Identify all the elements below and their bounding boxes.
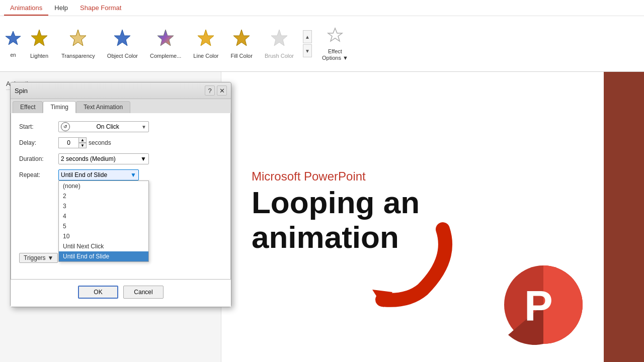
duration-value: 2 seconds (Medium): [61, 155, 116, 162]
start-value: On Click: [96, 123, 119, 130]
dialog-close-button[interactable]: ✕: [217, 85, 227, 96]
repeat-option-3[interactable]: 3: [59, 201, 148, 211]
repeat-value: Until End of Slide: [61, 171, 107, 178]
star-icon-prev: [5, 29, 21, 50]
triggers-arrow: ▼: [48, 254, 54, 261]
triggers-button[interactable]: Triggers ▼: [19, 253, 58, 263]
start-dropdown[interactable]: ↺ On Click ▼: [58, 121, 149, 132]
right-panel: Microsoft PowerPoint Looping an animatio…: [221, 72, 604, 362]
spin-dialog: Spin ? ✕ Effect Timing Text Animation St…: [10, 82, 231, 307]
delay-spinner: 0 ▲ ▼: [58, 137, 87, 148]
tab-shape-format[interactable]: Shape Format: [74, 1, 127, 16]
delay-input[interactable]: 0: [58, 137, 78, 148]
ppt-logo: P: [503, 264, 584, 345]
ribbon-item-line-color-label: Line Color: [193, 53, 218, 59]
repeat-option-none[interactable]: (none): [59, 181, 148, 191]
dialog-tab-effect[interactable]: Effect: [13, 101, 43, 113]
start-dropdown-arrow: ▼: [141, 124, 146, 130]
ribbon-item-complementary[interactable]: Compleme...: [145, 21, 186, 66]
ribbon-item-object-color[interactable]: Object Color: [102, 21, 143, 66]
star-icon-complementary: [156, 28, 175, 51]
ribbon-item-line-color[interactable]: Line Color: [188, 21, 223, 66]
repeat-dropdown-arrow: ▼: [130, 171, 136, 178]
ribbon-scroll-down[interactable]: ▼: [303, 44, 312, 57]
dialog-tab-timing[interactable]: Timing: [43, 101, 76, 113]
delay-controls: 0 ▲ ▼ seconds: [58, 137, 222, 148]
svg-marker-4: [157, 30, 174, 46]
repeat-option-until-end-of-slide[interactable]: Until End of Slide: [59, 251, 148, 261]
svg-marker-2: [70, 30, 86, 46]
repeat-dropdown[interactable]: Until End of Slide ▼: [58, 169, 139, 180]
dialog-help-button[interactable]: ?: [205, 85, 215, 96]
tab-animations[interactable]: Animations: [4, 1, 48, 16]
repeat-row: Repeat: Until End of Slide ▼ (none) 2: [19, 169, 222, 180]
dialog-tabs: Effect Timing Text Animation: [11, 99, 231, 113]
ribbon-tab-bar: Animations Help Shape Format: [0, 0, 644, 16]
repeat-option-10[interactable]: 10: [59, 231, 148, 241]
ribbon: Animations Help Shape Format en Lighten: [0, 0, 644, 72]
tab-help[interactable]: Help: [48, 1, 74, 16]
triggers-label: Triggers: [24, 254, 46, 261]
ribbon-item-transparency-label: Transparency: [61, 53, 95, 59]
cancel-button[interactable]: Cancel: [123, 286, 164, 299]
star-icon-line-color: [197, 28, 215, 51]
dialog-body: Start: ↺ On Click ▼ Delay:: [11, 113, 231, 280]
star-icon-object-color: [113, 28, 131, 51]
ribbon-item-brush-color[interactable]: Brush Color: [260, 21, 299, 66]
dialog-titlebar: Spin ? ✕: [11, 82, 231, 99]
repeat-option-until-next-click[interactable]: Until Next Click: [59, 241, 148, 251]
start-label: Start:: [19, 123, 54, 130]
repeat-option-5[interactable]: 5: [59, 221, 148, 231]
ppt-logo-area: P: [503, 264, 584, 347]
ribbon-item-fill-color[interactable]: Fill Color: [225, 21, 257, 66]
duration-label: Duration:: [19, 155, 54, 162]
delay-row: Delay: 0 ▲ ▼ seconds: [19, 137, 222, 148]
start-controls: ↺ On Click ▼: [58, 121, 222, 132]
repeat-label: Repeat:: [19, 171, 54, 178]
start-row: Start: ↺ On Click ▼: [19, 121, 222, 132]
svg-marker-3: [114, 30, 130, 46]
repeat-field: Until End of Slide ▼ (none) 2 3 4 5 10: [58, 169, 139, 180]
duration-dropdown[interactable]: 2 seconds (Medium) ▼: [58, 153, 149, 164]
delay-label: Delay:: [19, 139, 54, 146]
ribbon-item-fill-color-label: Fill Color: [230, 53, 252, 59]
ok-button[interactable]: OK: [78, 286, 118, 299]
svg-marker-5: [198, 30, 214, 46]
svg-marker-0: [6, 31, 21, 45]
svg-marker-8: [328, 28, 342, 41]
delay-spinner-down[interactable]: ▼: [78, 143, 87, 148]
delay-seconds-label: seconds: [89, 139, 111, 146]
ribbon-scroll: ▲ ▼: [303, 30, 312, 57]
ribbon-item-transparency[interactable]: Transparency: [56, 21, 100, 66]
ribbon-effect-options[interactable]: Effect Options ▼: [316, 21, 354, 66]
star-icon-lighten: [30, 28, 48, 51]
duration-row: Duration: 2 seconds (Medium) ▼: [19, 153, 222, 164]
on-click-icon: ↺: [61, 122, 70, 131]
ribbon-item-object-color-label: Object Color: [107, 53, 138, 59]
dialog-title: Spin: [15, 87, 28, 95]
effect-options-icon: [326, 26, 344, 48]
ribbon-item-brush-color-label: Brush Color: [265, 53, 294, 59]
svg-marker-7: [271, 30, 287, 46]
svg-marker-1: [31, 30, 47, 46]
dialog-controls: ? ✕: [205, 85, 227, 96]
ribbon-item-lighten-label: Lighten: [30, 53, 48, 59]
ribbon-item-lighten[interactable]: Lighten: [24, 21, 54, 66]
star-icon-brush-color: [270, 28, 288, 51]
effect-options-label: Effect Options ▼: [322, 48, 348, 61]
ribbon-item-prev-label: en: [10, 52, 16, 58]
svg-text:P: P: [524, 282, 553, 330]
repeat-option-4[interactable]: 4: [59, 211, 148, 221]
dialog-footer: OK Cancel: [11, 280, 231, 307]
ribbon-item-complementary-label: Compleme...: [150, 53, 181, 59]
ribbon-items: en Lighten Transparency: [0, 16, 644, 71]
delay-spinner-up[interactable]: ▲: [78, 137, 87, 143]
ribbon-item-prev[interactable]: en: [4, 21, 22, 66]
svg-marker-6: [233, 30, 250, 46]
repeat-option-2[interactable]: 2: [59, 191, 148, 201]
ribbon-scroll-up[interactable]: ▲: [303, 30, 312, 43]
delay-spinner-buttons: ▲ ▼: [78, 137, 87, 148]
start-icon: ↺: [61, 122, 72, 131]
dialog-tab-text-animation[interactable]: Text Animation: [76, 101, 130, 113]
ms-label: Microsoft PowerPoint: [252, 169, 574, 184]
